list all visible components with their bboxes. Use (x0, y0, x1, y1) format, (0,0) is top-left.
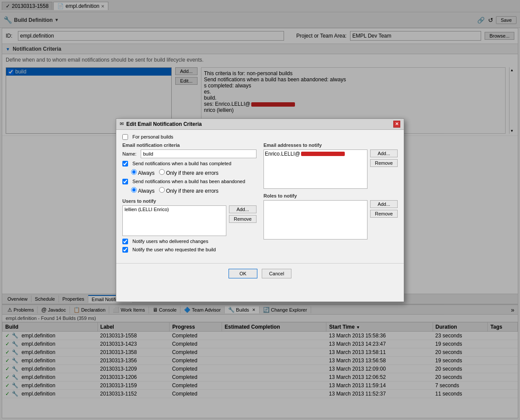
name-label: Name: (122, 151, 136, 156)
name-input[interactable] (141, 149, 257, 158)
only-errors-completed-radio[interactable] (159, 169, 165, 175)
ok-button[interactable]: OK (229, 269, 257, 278)
users-title: Users to notify (122, 198, 257, 204)
roles-section: Roles to notify Add... Remove (263, 193, 398, 240)
roles-row: Add... Remove (263, 200, 398, 240)
notify-requestor-row: Notify the user who requested the build (122, 247, 257, 253)
only-errors-abandoned-radio[interactable] (159, 187, 165, 193)
modal-close-button[interactable]: ✕ (393, 121, 400, 128)
send-abandoned-label: Send notifications when a build has been… (132, 179, 245, 184)
users-row: lellien (LELLI Enrico) Add... Remove (122, 205, 257, 236)
modal-overlay: ✉ Edit Email Notification Criteria ✕ For… (0, 0, 520, 420)
email-remove-button[interactable]: Remove (370, 159, 398, 167)
modal-right-col: Email addresses to notify Enrico.LELLI@ … (263, 142, 398, 255)
personal-builds-checkbox[interactable] (122, 134, 128, 140)
dialog-icon: ✉ (120, 121, 124, 127)
email-row: Enrico.LELLI@ Add... Remove (263, 149, 398, 189)
modal-content: For personal builds Email notification c… (116, 130, 404, 260)
users-add-button[interactable]: Add... (229, 205, 257, 213)
users-remove-button[interactable]: Remove (229, 215, 257, 223)
users-section: Users to notify lellien (LELLI Enrico) A… (122, 198, 257, 236)
email-criteria-title: Email notification criteria (122, 142, 257, 148)
roles-remove-button[interactable]: Remove (370, 210, 398, 218)
send-abandoned-row: Send notifications when a build has been… (122, 179, 257, 184)
edit-notification-dialog: ✉ Edit Email Notification Criteria ✕ For… (116, 118, 404, 302)
notify-requestor-checkbox[interactable] (122, 247, 128, 253)
send-completed-label: Send notifications when a build has comp… (132, 161, 231, 166)
email-title: Email addresses to notify (263, 142, 398, 148)
modal-columns: Email notification criteria Name: Send n… (122, 142, 398, 255)
email-entry: Enrico.LELLI@ (265, 151, 366, 157)
notify-requestor-label: Notify the user who requested the build (132, 247, 216, 252)
email-section: Email addresses to notify Enrico.LELLI@ … (263, 142, 398, 189)
name-row: Name: (122, 149, 257, 158)
users-buttons: Add... Remove (229, 205, 257, 236)
roles-add-button[interactable]: Add... (370, 200, 398, 208)
completed-radio-group: Always Only if there are errors (131, 169, 257, 176)
notify-changes-checkbox[interactable] (122, 239, 128, 244)
email-value: Enrico.LELLI@ (265, 151, 300, 157)
personal-builds-label: For personal builds (132, 134, 173, 139)
email-list: Enrico.LELLI@ (263, 149, 367, 189)
notify-changes-row: Notify users who delivered changes (122, 239, 257, 244)
roles-list (263, 200, 367, 240)
cancel-button[interactable]: Cancel (262, 269, 291, 278)
modal-footer: OK Cancel (116, 263, 404, 284)
personal-builds-row: For personal builds (122, 134, 398, 140)
modal-title: Edit Email Notification Criteria (126, 121, 391, 127)
email-add-button[interactable]: Add... (370, 149, 398, 157)
email-redacted (301, 152, 345, 156)
users-textarea[interactable]: lellien (LELLI Enrico) (122, 205, 226, 236)
send-completed-checkbox[interactable] (122, 161, 128, 167)
always-abandoned-label[interactable]: Always (131, 187, 155, 194)
notify-changes-label: Notify users who delivered changes (132, 239, 208, 244)
roles-title: Roles to notify (263, 193, 398, 198)
send-abandoned-checkbox[interactable] (122, 179, 128, 184)
abandoned-radio-group: Always Only if there are errors (131, 187, 257, 194)
modal-left-col: Email notification criteria Name: Send n… (122, 142, 257, 255)
always-completed-radio[interactable] (131, 169, 137, 175)
only-errors-completed-label[interactable]: Only if there are errors (159, 169, 218, 176)
only-errors-abandoned-label[interactable]: Only if there are errors (159, 187, 218, 194)
email-buttons: Add... Remove (370, 149, 398, 189)
modal-titlebar: ✉ Edit Email Notification Criteria ✕ (116, 119, 404, 130)
always-completed-label[interactable]: Always (131, 169, 155, 176)
roles-buttons: Add... Remove (370, 200, 398, 240)
send-completed-row: Send notifications when a build has comp… (122, 161, 257, 167)
always-abandoned-radio[interactable] (131, 187, 137, 193)
